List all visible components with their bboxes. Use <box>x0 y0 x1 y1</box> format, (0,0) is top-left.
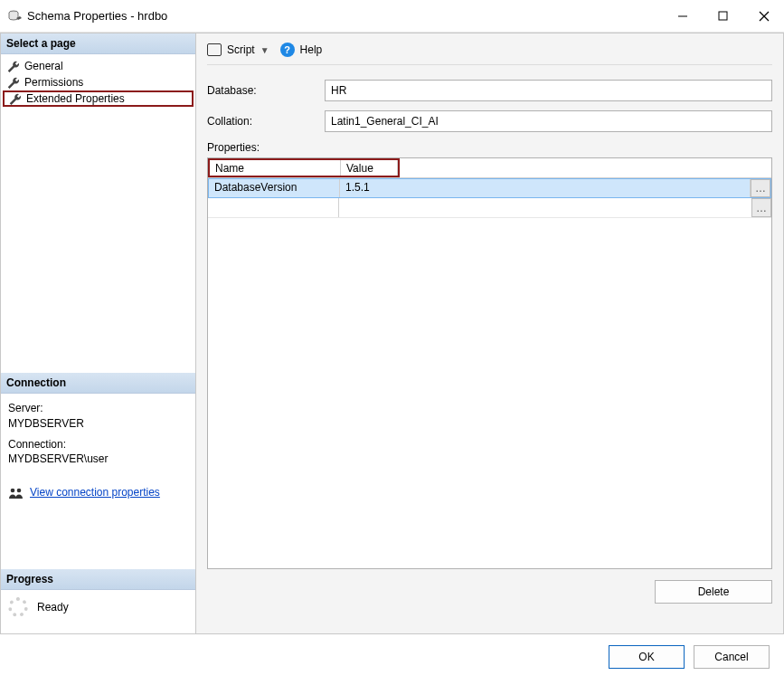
connection-value: MYDBSERVER\user <box>8 452 188 467</box>
maximize-button[interactable] <box>703 0 743 33</box>
help-label: Help <box>300 43 323 56</box>
server-value: MYDBSERVER <box>8 416 188 432</box>
page-item-label: Extended Properties <box>26 92 125 105</box>
delete-button[interactable]: Delete <box>655 580 772 604</box>
database-label: Database: <box>207 84 325 97</box>
window-title: Schema Properties - hrdbo <box>27 9 167 23</box>
titlebar: Schema Properties - hrdbo <box>0 0 784 33</box>
script-label: Script <box>227 43 255 56</box>
progress-header: Progress <box>1 569 195 590</box>
help-icon: ? <box>280 43 295 57</box>
page-item-label: General <box>24 60 63 72</box>
connection-header: Connection <box>1 373 195 394</box>
minimize-button[interactable] <box>662 0 703 33</box>
help-button[interactable]: ? Help <box>280 43 323 57</box>
page-list: General Permissions Extended Properties <box>1 54 195 110</box>
wrench-icon <box>6 76 19 89</box>
view-connection-properties-link[interactable]: View connection properties <box>30 485 160 500</box>
properties-grid[interactable]: Name Value DatabaseVersion 1.5.1 … … <box>207 157 772 569</box>
dialog-buttons: OK Cancel <box>0 634 784 683</box>
people-icon <box>8 487 24 499</box>
connection-label: Connection: <box>8 437 188 452</box>
collation-field[interactable] <box>325 110 772 132</box>
script-button[interactable]: Script ▼ <box>207 43 269 56</box>
database-field[interactable] <box>325 80 772 101</box>
ellipsis-button[interactable]: … <box>751 179 770 197</box>
progress-status: Ready <box>37 601 69 614</box>
grid-header: Name Value <box>208 158 771 178</box>
grid-row[interactable]: DatabaseVersion 1.5.1 … <box>208 178 771 198</box>
cancel-button[interactable]: Cancel <box>694 645 770 669</box>
dropdown-arrow-icon: ▼ <box>260 45 269 55</box>
collation-row: Collation: <box>207 110 772 132</box>
toolbar: Script ▼ ? Help <box>207 43 772 65</box>
ellipsis-button[interactable]: … <box>751 198 771 217</box>
wrench-icon <box>8 92 21 105</box>
page-item-general[interactable]: General <box>1 58 195 74</box>
page-item-extended-properties[interactable]: Extended Properties <box>3 90 194 107</box>
connection-panel: Server: MYDBSERVER Connection: MYDBSERVE… <box>1 394 195 515</box>
database-row: Database: <box>207 80 772 101</box>
script-icon <box>207 43 222 56</box>
close-button[interactable] <box>743 0 784 33</box>
dialog-body: Select a page General Permissions Extend… <box>0 33 784 634</box>
content-panel: Script ▼ ? Help Database: Collation: Pro… <box>196 33 783 633</box>
cell-name[interactable] <box>208 198 339 217</box>
cell-name[interactable]: DatabaseVersion <box>209 179 340 197</box>
server-label: Server: <box>8 401 188 416</box>
page-item-permissions[interactable]: Permissions <box>1 74 195 90</box>
wrench-icon <box>6 60 19 72</box>
svg-rect-2 <box>719 12 727 20</box>
spinner-icon <box>8 597 28 617</box>
properties-label: Properties: <box>207 141 772 154</box>
app-icon <box>7 9 22 24</box>
column-header-value[interactable]: Value <box>341 160 398 176</box>
ok-button[interactable]: OK <box>609 645 685 669</box>
grid-row-new[interactable]: … <box>208 198 771 218</box>
cell-value[interactable]: 1.5.1 <box>340 179 751 197</box>
cell-value[interactable] <box>339 198 771 217</box>
page-item-label: Permissions <box>24 76 83 89</box>
window-controls <box>662 0 784 33</box>
progress-panel: Ready <box>1 590 195 624</box>
collation-label: Collation: <box>207 115 325 128</box>
sidebar: Select a page General Permissions Extend… <box>1 33 196 633</box>
svg-point-6 <box>17 488 22 492</box>
svg-point-5 <box>11 488 15 492</box>
select-page-header: Select a page <box>1 33 195 54</box>
column-header-name[interactable]: Name <box>210 160 341 176</box>
